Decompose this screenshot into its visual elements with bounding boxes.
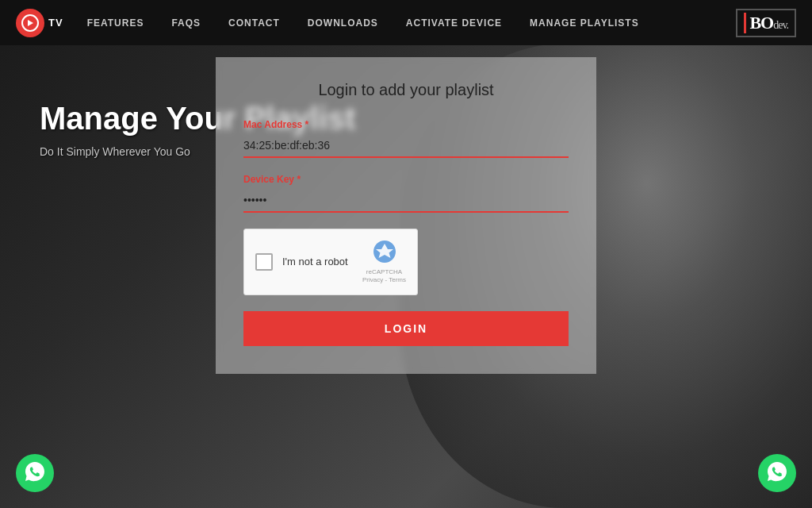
device-key-label: Device Key * [243,174,569,185]
recaptcha-logo [372,239,397,268]
mac-address-input[interactable] [243,134,569,158]
recaptcha-right: reCAPTCHA Privacy - Terms [362,239,406,285]
nav-playlists[interactable]: MANAGE PLAYLISTS [530,17,639,29]
whatsapp-icon-left [24,460,46,486]
bodev-text: BOdev. [749,13,788,33]
logo-tv-text: TV [48,17,63,29]
bodev-logo: BOdev. [736,9,796,37]
recaptcha-brand: reCAPTCHA Privacy - Terms [362,268,406,285]
nav-faqs[interactable]: FAQS [171,17,201,29]
nav-features[interactable]: FEATURES [87,17,144,29]
whatsapp-button-right[interactable] [758,454,796,492]
nav-contact[interactable]: CONTACT [228,17,280,29]
recaptcha-checkbox[interactable] [255,253,273,271]
header: TV FEATURES FAQS CONTACT DOWNLOADS ACTIV… [0,0,812,45]
mac-address-label: Mac Address * [243,119,569,130]
mac-address-group: Mac Address * [243,119,569,158]
recaptcha-widget[interactable]: I'm not a robot reCAPTCHA Privacy - Term… [243,229,418,295]
nav-activate[interactable]: ACTIVATE DEVICE [406,17,502,29]
login-card: Login to add your playlist Mac Address *… [216,57,596,374]
nav-downloads[interactable]: DOWNLOADS [308,17,378,29]
bodev-bar [744,13,746,33]
whatsapp-icon-right [766,460,788,486]
header-left: TV FEATURES FAQS CONTACT DOWNLOADS ACTIV… [16,9,639,37]
recaptcha-left: I'm not a robot [255,253,348,271]
device-key-group: Device Key * [243,174,569,213]
device-key-input[interactable] [243,189,569,213]
header-right: BOdev. [736,9,796,37]
whatsapp-button-left[interactable] [16,454,54,492]
recaptcha-label: I'm not a robot [282,256,348,267]
logo-icon [16,9,44,37]
login-button[interactable]: LOGIN [243,311,569,346]
login-heading: Login to add your playlist [243,81,569,99]
main-nav: FEATURES FAQS CONTACT DOWNLOADS ACTIVATE… [87,17,639,29]
logo[interactable]: TV [16,9,63,37]
main-content: Manage Your Playlist Do It Simply Wherev… [0,45,812,508]
